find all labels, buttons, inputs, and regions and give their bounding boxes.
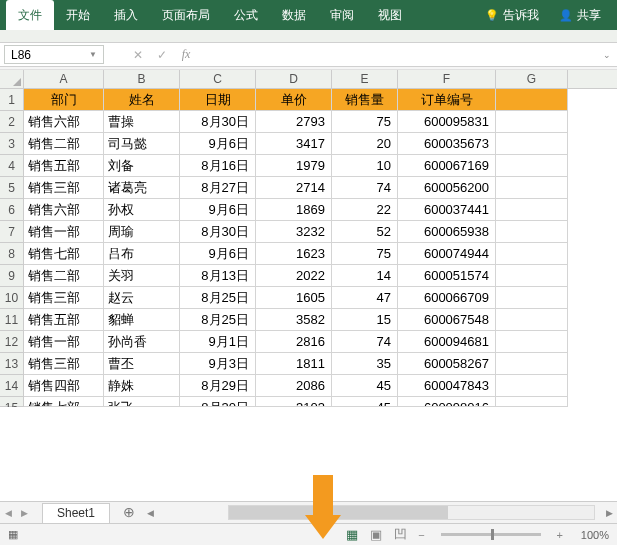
cell[interactable]: 2022 bbox=[256, 265, 332, 287]
col-header[interactable]: F bbox=[398, 70, 496, 88]
cell[interactable]: 14 bbox=[332, 265, 398, 287]
row-header[interactable]: 3 bbox=[0, 133, 24, 155]
cell[interactable]: 刘备 bbox=[104, 155, 180, 177]
cell[interactable]: 22 bbox=[332, 199, 398, 221]
tab-file[interactable]: 文件 bbox=[6, 0, 54, 30]
row-header[interactable]: 9 bbox=[0, 265, 24, 287]
fx-icon[interactable]: fx bbox=[174, 47, 198, 62]
cell[interactable]: 销售三部 bbox=[24, 177, 104, 199]
cell[interactable]: 销售三部 bbox=[24, 287, 104, 309]
cell[interactable]: 9月6日 bbox=[180, 199, 256, 221]
cell[interactable] bbox=[496, 287, 568, 309]
share-button[interactable]: 共享 bbox=[549, 7, 611, 24]
zoom-out-button[interactable]: − bbox=[412, 529, 430, 541]
cell[interactable]: 600067548 bbox=[398, 309, 496, 331]
col-header[interactable]: A bbox=[24, 70, 104, 88]
cell[interactable]: 9月1日 bbox=[180, 331, 256, 353]
row-header[interactable]: 12 bbox=[0, 331, 24, 353]
cell[interactable]: 吕布 bbox=[104, 243, 180, 265]
cell[interactable]: 销售一部 bbox=[24, 221, 104, 243]
cell[interactable]: 2086 bbox=[256, 375, 332, 397]
col-header[interactable]: G bbox=[496, 70, 568, 88]
cell[interactable]: 3232 bbox=[256, 221, 332, 243]
cell[interactable]: 35 bbox=[332, 353, 398, 375]
cell[interactable]: 销售七部 bbox=[24, 243, 104, 265]
cell[interactable]: 8月30日 bbox=[180, 111, 256, 133]
cell[interactable]: 15 bbox=[332, 309, 398, 331]
cell[interactable]: 75 bbox=[332, 243, 398, 265]
cell[interactable]: 销售一部 bbox=[24, 331, 104, 353]
cell[interactable] bbox=[496, 375, 568, 397]
cell[interactable]: 9月6日 bbox=[180, 243, 256, 265]
cell[interactable]: 销售二部 bbox=[24, 133, 104, 155]
cell[interactable]: 47 bbox=[332, 287, 398, 309]
cell[interactable]: 1979 bbox=[256, 155, 332, 177]
horizontal-scrollbar[interactable] bbox=[228, 505, 595, 520]
cell[interactable]: 关羽 bbox=[104, 265, 180, 287]
cell[interactable]: 8月27日 bbox=[180, 177, 256, 199]
cell[interactable]: 600035673 bbox=[398, 133, 496, 155]
cell[interactable] bbox=[496, 111, 568, 133]
tab-formulas[interactable]: 公式 bbox=[222, 0, 270, 30]
cell[interactable]: 曹丕 bbox=[104, 353, 180, 375]
cell[interactable]: 貂蝉 bbox=[104, 309, 180, 331]
cell[interactable]: 10 bbox=[332, 155, 398, 177]
cell[interactable]: 订单编号 bbox=[398, 89, 496, 111]
hscroll-left-icon[interactable]: ◀ bbox=[142, 508, 158, 518]
cell[interactable]: 8月30日 bbox=[180, 221, 256, 243]
cell[interactable]: 600074944 bbox=[398, 243, 496, 265]
sheet-nav-prev-icon[interactable]: ◀ bbox=[0, 508, 16, 518]
row-header[interactable]: 2 bbox=[0, 111, 24, 133]
cell[interactable]: 8月29日 bbox=[180, 375, 256, 397]
cell[interactable]: 9月6日 bbox=[180, 133, 256, 155]
sheet-nav-next-icon[interactable]: ▶ bbox=[16, 508, 32, 518]
cell[interactable] bbox=[496, 199, 568, 221]
cell[interactable]: 孙权 bbox=[104, 199, 180, 221]
cell[interactable]: 8月25日 bbox=[180, 287, 256, 309]
cell[interactable]: 诸葛亮 bbox=[104, 177, 180, 199]
cell[interactable]: 20 bbox=[332, 133, 398, 155]
cell[interactable]: 8月25日 bbox=[180, 309, 256, 331]
cell[interactable]: 周瑜 bbox=[104, 221, 180, 243]
page-break-view-icon[interactable]: 凹 bbox=[389, 526, 411, 544]
cell[interactable]: 75 bbox=[332, 111, 398, 133]
row-header[interactable]: 6 bbox=[0, 199, 24, 221]
row-header[interactable]: 4 bbox=[0, 155, 24, 177]
col-header[interactable]: C bbox=[180, 70, 256, 88]
cell[interactable]: 600067169 bbox=[398, 155, 496, 177]
cell[interactable]: 单价 bbox=[256, 89, 332, 111]
tab-view[interactable]: 视图 bbox=[366, 0, 414, 30]
cell[interactable]: 600037441 bbox=[398, 199, 496, 221]
row-header[interactable]: 14 bbox=[0, 375, 24, 397]
cell[interactable] bbox=[496, 221, 568, 243]
cell[interactable]: 45 bbox=[332, 397, 398, 407]
cell[interactable]: 8月30日 bbox=[180, 397, 256, 407]
normal-view-icon[interactable]: ▦ bbox=[341, 527, 363, 542]
row-header[interactable]: 11 bbox=[0, 309, 24, 331]
col-header[interactable]: E bbox=[332, 70, 398, 88]
zoom-slider[interactable] bbox=[441, 533, 541, 536]
tab-home[interactable]: 开始 bbox=[54, 0, 102, 30]
cell[interactable]: 600051574 bbox=[398, 265, 496, 287]
cell[interactable]: 1605 bbox=[256, 287, 332, 309]
cell[interactable]: 销售三部 bbox=[24, 353, 104, 375]
row-header[interactable]: 15 bbox=[0, 397, 24, 407]
zoom-value[interactable]: 100% bbox=[569, 529, 609, 541]
cell[interactable]: 600065938 bbox=[398, 221, 496, 243]
cell[interactable]: 孙尚香 bbox=[104, 331, 180, 353]
row-header[interactable]: 7 bbox=[0, 221, 24, 243]
cell[interactable]: 部门 bbox=[24, 89, 104, 111]
record-macro-icon[interactable]: ▦ bbox=[8, 528, 18, 541]
cell[interactable]: 8月13日 bbox=[180, 265, 256, 287]
cell[interactable]: 赵云 bbox=[104, 287, 180, 309]
col-header[interactable]: D bbox=[256, 70, 332, 88]
cell[interactable] bbox=[496, 309, 568, 331]
cell[interactable] bbox=[496, 177, 568, 199]
cell[interactable]: 600094681 bbox=[398, 331, 496, 353]
cell[interactable]: 52 bbox=[332, 221, 398, 243]
cell[interactable]: 600056200 bbox=[398, 177, 496, 199]
cell[interactable]: 600095831 bbox=[398, 111, 496, 133]
cell[interactable]: 2793 bbox=[256, 111, 332, 133]
row-header[interactable]: 10 bbox=[0, 287, 24, 309]
row-header[interactable]: 8 bbox=[0, 243, 24, 265]
